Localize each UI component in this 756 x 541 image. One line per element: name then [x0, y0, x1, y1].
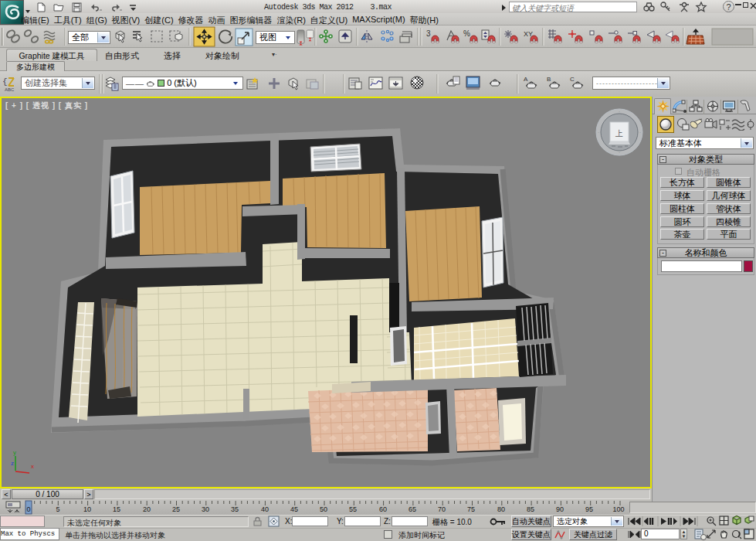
- svg-text:95: 95: [585, 505, 593, 513]
- svg-text:45: 45: [290, 505, 298, 513]
- svg-text:ABC: ABC: [5, 87, 15, 92]
- svg-text:30: 30: [202, 505, 209, 513]
- svg-text:C: C: [570, 76, 575, 83]
- svg-text:25: 25: [172, 505, 180, 513]
- svg-text:35: 35: [231, 505, 239, 513]
- svg-text:20: 20: [143, 505, 151, 513]
- svg-text:3: 3: [426, 29, 431, 38]
- svg-text:55: 55: [349, 505, 357, 513]
- svg-text:y: y: [13, 449, 16, 456]
- svg-text:75: 75: [467, 505, 475, 513]
- svg-text:80: 80: [497, 505, 505, 513]
- svg-text:100: 100: [612, 505, 624, 513]
- svg-text:A: A: [524, 76, 528, 83]
- svg-text:90: 90: [556, 505, 564, 513]
- svg-text:15: 15: [113, 505, 120, 513]
- svg-text:0: 0: [26, 505, 30, 513]
- svg-text:%: %: [463, 29, 470, 38]
- svg-text:70: 70: [438, 505, 446, 513]
- svg-text:40: 40: [261, 505, 269, 513]
- svg-text:60: 60: [379, 505, 387, 513]
- svg-text:85: 85: [527, 505, 534, 513]
- svg-text:{: {: [2, 77, 8, 87]
- svg-text:x: x: [31, 463, 34, 470]
- svg-text:65: 65: [409, 505, 416, 513]
- svg-text:5: 5: [56, 505, 59, 513]
- svg-text:上: 上: [615, 129, 623, 138]
- svg-text:z: z: [11, 460, 14, 467]
- svg-text:50: 50: [320, 505, 327, 513]
- svg-text:10: 10: [83, 505, 91, 513]
- svg-text:B: B: [547, 76, 551, 83]
